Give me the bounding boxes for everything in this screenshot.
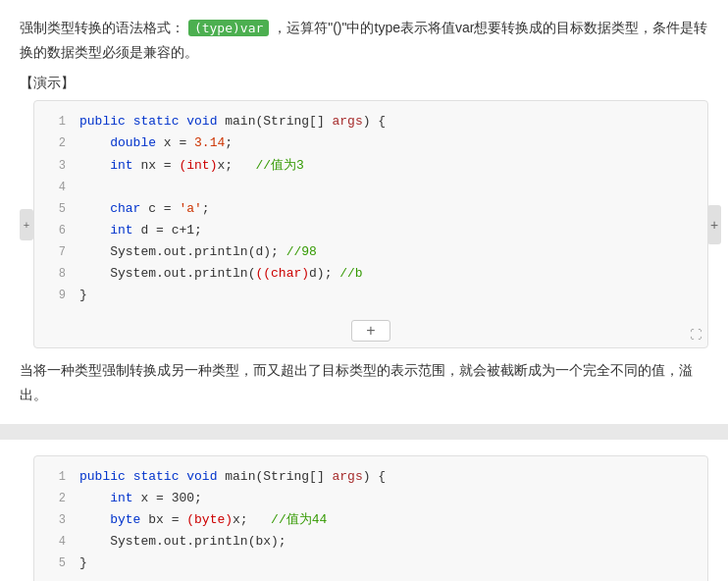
code2-line-1: 1 public static void main(String[] args)… [48,466,694,488]
demo-label: 【演示】 [20,75,708,92]
code-line-6: 6 int d = c+1; [48,220,694,241]
expand-button-area: + [34,316,707,347]
page-content: 强制类型转换的语法格式： (type)var ，运算符"()"中的type表示将… [0,0,728,424]
drag-handle-btn[interactable]: + [20,209,33,240]
section-divider [0,424,728,440]
code2-line-2: 2 int x = 300; [48,488,694,509]
code2-line-4: 4 System.out.println(bx); [48,531,694,553]
code-block-2: 1 public static void main(String[] args)… [33,455,708,581]
code-line-5: 5 char c = 'a'; [48,198,694,220]
code-line-8: 8 System.out.println(((char)d); //b [48,263,694,285]
side-expand-btn[interactable]: + [707,205,721,244]
intro-text: 强制类型转换的语法格式： (type)var ，运算符"()"中的type表示将… [20,16,708,65]
expand-code-btn[interactable]: + [351,320,390,342]
code-lines-2: 1 public static void main(String[] args)… [34,456,707,581]
fullscreen-btn[interactable]: ⛶ [690,328,702,342]
code-line-2: 2 double x = 3.14; [48,132,694,154]
second-section: 1 public static void main(String[] args)… [0,440,728,581]
code-lines-1: 1 public static void main(String[] args)… [34,101,707,316]
inline-code-snippet: (type)var [188,20,269,36]
code-line-7: 7 System.out.println(d); //98 [48,241,694,263]
code-line-3: 3 int nx = (int)x; //值为3 [48,155,694,177]
code-line-9: 9 } [48,285,694,306]
code-line-4: 4 [48,177,694,198]
code-line-1: 1 public static void main(String[] args)… [48,111,694,132]
after-text: 当将一种类型强制转换成另一种类型，而又超出了目标类型的表示范围，就会被截断成为一… [20,358,708,423]
code2-line-5: 5 } [48,553,694,574]
code-block-1: 1 public static void main(String[] args)… [33,100,708,348]
code2-line-3: 3 byte bx = (byte)x; //值为44 [48,509,694,531]
intro-text-part1: 强制类型转换的语法格式： [20,20,184,35]
